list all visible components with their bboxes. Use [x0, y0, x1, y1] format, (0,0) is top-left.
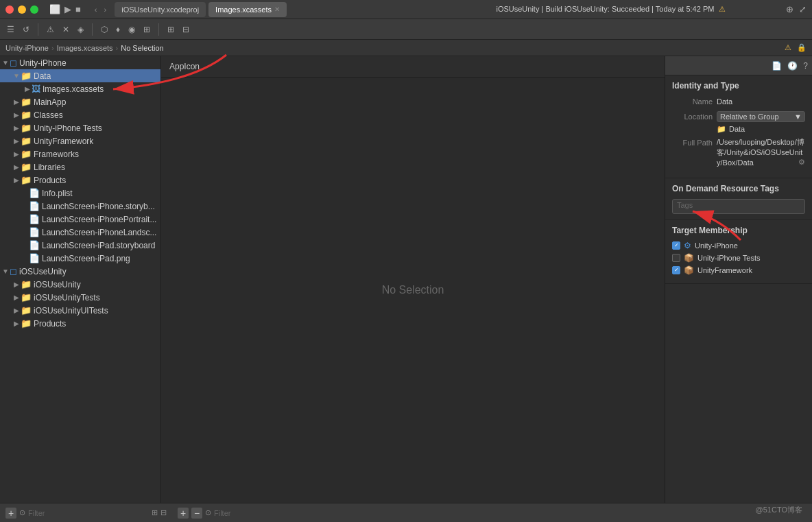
- sidebar[interactable]: ▼ ◻ Unity-iPhone ▼ 📁 Data ▶ 🖼 Images.xca…: [0, 56, 161, 503]
- sidebar-item-launchscreen-storyb[interactable]: 📄 LaunchScreen-iPhone.storyb...: [0, 200, 160, 213]
- sidebar-item-launchscreen-portrait[interactable]: 📄 LaunchScreen-iPhonePortrait...: [0, 213, 160, 226]
- sidebar-item-frameworks[interactable]: ▶ 📁 Frameworks: [0, 147, 160, 161]
- minimize-button[interactable]: [18, 5, 26, 14]
- chevron-down-icon: ▼: [12, 72, 21, 80]
- filter-extra-icon[interactable]: ⊟: [160, 508, 167, 517]
- target-checkbox[interactable]: [672, 254, 680, 262]
- sidebar-item-label: LaunchScreen-iPad.png: [42, 254, 130, 263]
- sidebar-item-iosuseunitytests[interactable]: ▶ 📁 iOSUseUnityTests: [0, 291, 160, 304]
- target-membership-title: Target Membership: [672, 226, 805, 235]
- play-icon[interactable]: ▶: [64, 4, 71, 14]
- sidebar-item-label: LaunchScreen-iPhonePortrait...: [42, 215, 156, 224]
- folder-icon: 📁: [21, 162, 32, 172]
- add-tab-icon[interactable]: ⊕: [786, 4, 793, 14]
- sidebar-toggle-icon[interactable]: ⬜: [49, 4, 60, 14]
- sidebar-item-label: LaunchScreen-iPad.storyboard: [42, 241, 155, 250]
- add-asset-button[interactable]: +: [178, 508, 189, 519]
- sidebar-item-data[interactable]: ▼ 📁 Data: [0, 69, 160, 82]
- content-area: AppIcon No Selection: [161, 56, 665, 503]
- toolbar-cpu-icon[interactable]: ◉: [126, 23, 138, 36]
- fullscreen-button[interactable]: [30, 5, 38, 14]
- on-demand-title: On Demand Resource Tags: [672, 184, 805, 193]
- toolbar-memory-icon[interactable]: ⬡: [98, 23, 110, 36]
- sidebar-item-unityframework[interactable]: ▶ 📁 UnityFramework: [0, 134, 160, 147]
- toolbar-pane-icon[interactable]: ⊟: [180, 23, 192, 36]
- sidebar-item-unity-iphone-tests[interactable]: ▶ 📁 Unity-iPhone Tests: [0, 121, 160, 134]
- sidebar-item-launchscreen-ipad-png[interactable]: 📄 LaunchScreen-iPad.png: [0, 252, 160, 265]
- sidebar-item-libraries[interactable]: ▶ 📁 Libraries: [0, 161, 160, 174]
- target-checkbox[interactable]: [672, 241, 680, 250]
- sidebar-item-label: UnityFramework: [34, 137, 93, 146]
- sidebar-item-unity-iphone[interactable]: ▼ ◻ Unity-iPhone: [0, 56, 160, 69]
- panel-file-icon[interactable]: 📄: [772, 61, 782, 71]
- sidebar-item-iosuseunity[interactable]: ▶ 📁 iOSUseUnity: [0, 278, 160, 291]
- toolbar-sidebar-icon[interactable]: ☰: [4, 23, 17, 36]
- sidebar-item-label: Images.xcassets: [43, 84, 104, 94]
- titlebar-tabs: ‹ › iOSUseUnity.xcodeproj Images.xcasset…: [92, 2, 431, 17]
- split-view-icon[interactable]: ⤢: [799, 4, 807, 14]
- remove-asset-button[interactable]: −: [191, 508, 202, 519]
- sidebar-item-mainapp[interactable]: ▶ 📁 MainApp: [0, 95, 160, 108]
- panel-help-icon[interactable]: ?: [803, 61, 808, 71]
- sidebar-item-launchscreen-lands[interactable]: 📄 LaunchScreen-iPhoneLandsc...: [0, 226, 160, 239]
- sidebar-item-iosuseunityuitests[interactable]: ▶ 📁 iOSUseUnityUITests: [0, 304, 160, 317]
- xcassets-tab[interactable]: Images.xcassets ✕: [208, 2, 287, 17]
- folder-icon: 📁: [21, 136, 32, 146]
- stop-icon[interactable]: ■: [75, 4, 81, 14]
- breadcrumb-xcassets[interactable]: Images.xcassets: [57, 44, 113, 52]
- sidebar-item-images-xcassets[interactable]: ▶ 🖼 Images.xcassets: [0, 82, 160, 95]
- toolbar-error-icon[interactable]: ✕: [60, 23, 72, 36]
- fullpath-value-container: /Users/luoping/Desktop/博客/Unity&iOS/iOSU…: [717, 137, 805, 169]
- toolbar-warning-icon[interactable]: ⚠: [44, 23, 57, 36]
- sidebar-item-info-plist[interactable]: 📄 Info.plist: [0, 187, 160, 200]
- xcodeproj-tab[interactable]: iOSUseUnity.xcodeproj: [115, 2, 206, 17]
- sidebar-item-launchscreen-ipad[interactable]: 📄 LaunchScreen-iPad.storyboard: [0, 239, 160, 252]
- dropdown-arrow-icon: ▼: [794, 112, 802, 121]
- target-item-unity-iphone[interactable]: ⚙ Unity-iPhone: [672, 241, 805, 250]
- folder-icon: 📁: [21, 318, 32, 329]
- titlebar-right: ⊕ ⤢: [786, 4, 807, 14]
- sidebar-item-products-2[interactable]: ▶ 📁 Products: [0, 317, 160, 330]
- target-checkbox[interactable]: [672, 266, 680, 274]
- file-icon: 📄: [29, 240, 40, 250]
- target-item-unityframework[interactable]: 📦 UnityFramework: [672, 265, 805, 275]
- sidebar-item-label: Products: [34, 176, 66, 185]
- toolbar-grid-icon[interactable]: ⊞: [165, 23, 177, 36]
- close-button[interactable]: [5, 5, 14, 14]
- traffic-lights: [5, 5, 38, 14]
- no-selection-text: No Selection: [382, 284, 444, 296]
- chevron-right-icon: ▶: [12, 111, 21, 119]
- location-select[interactable]: Relative to Group ▼: [717, 111, 805, 122]
- panel-name-row: Name Data: [672, 96, 805, 108]
- chevron-right-icon: ▶: [12, 124, 21, 132]
- target-item-unity-iphone-tests[interactable]: 📦 Unity-iPhone Tests: [672, 253, 805, 263]
- sidebar-item-products-1[interactable]: ▶ 📁 Products: [0, 174, 160, 187]
- breadcrumb-right: ⚠ 🔒: [785, 43, 807, 52]
- toolbar-sep3: [158, 23, 159, 36]
- toolbar-separator: [38, 23, 38, 36]
- sidebar-item-iosuseunity-group[interactable]: ▼ ◻ iOSUseUnity: [0, 265, 160, 278]
- toolbar-refresh-icon[interactable]: ↺: [20, 23, 32, 36]
- tags-input[interactable]: Tags: [672, 199, 805, 214]
- toolbar-coverage-icon[interactable]: ◈: [75, 23, 86, 36]
- sidebar-item-classes[interactable]: ▶ 📁 Classes: [0, 108, 160, 121]
- toolbar-disk-icon[interactable]: ⊞: [141, 23, 153, 36]
- breadcrumb-unity-iphone[interactable]: Unity-iPhone: [5, 44, 49, 52]
- folder-small-icon: 📁: [717, 125, 726, 134]
- location-select-container: Relative to Group ▼ 📁 Data: [717, 111, 805, 134]
- panel-clock-icon[interactable]: 🕐: [787, 61, 798, 71]
- chevron-right-icon: ▶: [12, 307, 21, 314]
- filter2-input-label: Filter: [214, 509, 807, 517]
- gear-icon[interactable]: ⚙: [798, 158, 805, 167]
- panel-fullpath-row: Full Path /Users/luoping/Desktop/博客/Unit…: [672, 137, 805, 169]
- add-item-button[interactable]: +: [5, 508, 16, 519]
- back-arrow[interactable]: ‹: [92, 5, 100, 14]
- file-icon: 📄: [29, 188, 40, 198]
- sidebar-item-label: Libraries: [34, 163, 65, 172]
- forward-arrow[interactable]: ›: [102, 5, 110, 14]
- chevron-right-icon: ▶: [23, 85, 32, 93]
- panel-section-title: Identity and Type: [672, 81, 805, 91]
- toolbar-env-icon[interactable]: ♦: [113, 23, 123, 36]
- tab-close-icon[interactable]: ✕: [274, 5, 280, 13]
- filter-settings-icon[interactable]: ⊞: [152, 508, 158, 517]
